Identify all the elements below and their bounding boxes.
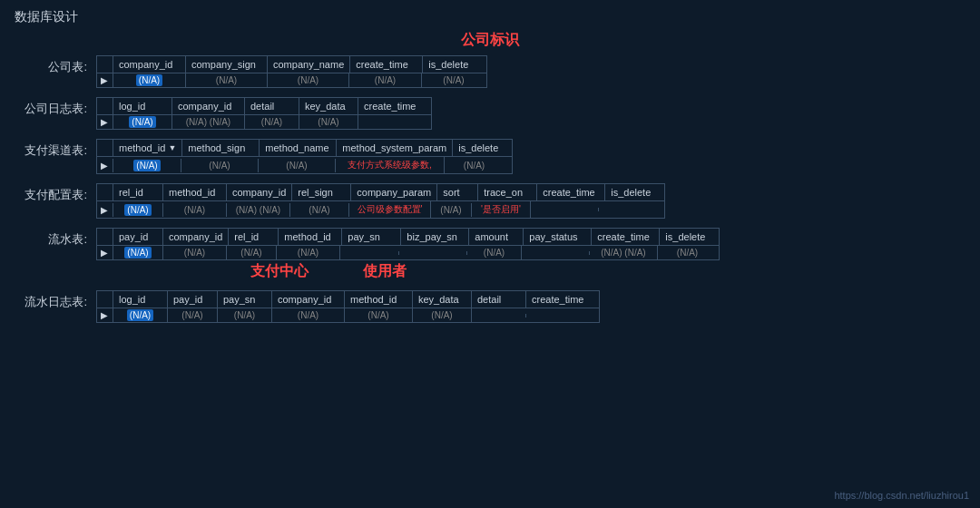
col-header-4-9: is_delete	[660, 229, 719, 245]
col-header-4-0: pay_id	[113, 229, 163, 245]
col-cell-3-0: (N/A)	[113, 203, 163, 217]
col-header-5-4: method_id	[345, 291, 413, 308]
row-arrow-0: ▶	[97, 73, 113, 87]
table-label-2: 支付渠道表:	[15, 139, 87, 159]
col-cell-1-2: (N/A)	[245, 115, 299, 129]
col-header-2-3: method_system_param	[337, 140, 453, 156]
table-row-container-4: 流水表:pay_idcompany_idrel_idmethod_idpay_s…	[15, 228, 965, 281]
col-header-5-0: log_id	[113, 291, 168, 308]
col-header-2-0: method_id ▼	[113, 140, 182, 156]
col-cell-1-3: (N/A)	[299, 115, 358, 129]
db-table-1: log_idcompany_iddetailkey_datacreate_tim…	[96, 97, 432, 130]
col-header-2-2: method_name	[260, 140, 337, 156]
table-row-container-5: 流水日志表:log_idpay_idpay_sncompany_idmethod…	[15, 290, 965, 323]
col-cell-4-8: (N/A) (N/A)	[590, 246, 658, 259]
col-header-4-3: method_id	[279, 229, 342, 245]
col-header-3-5: sort	[437, 184, 478, 200]
table-row-container-1: 公司日志表:log_idcompany_iddetailkey_datacrea…	[15, 97, 965, 130]
special-label-0: 支付中心	[250, 262, 309, 281]
db-table-4: pay_idcompany_idrel_idmethod_idpay_snbiz…	[96, 228, 720, 281]
row-arrow-5: ▶	[97, 308, 113, 322]
col-header-5-5: key_data	[413, 291, 472, 308]
col-header-4-7: pay_status	[524, 229, 592, 245]
main-content: 公司表:company_idcompany_signcompany_namecr…	[0, 55, 980, 323]
row-arrow-4: ▶	[97, 246, 113, 259]
col-cell-3-1: (N/A)	[163, 203, 227, 217]
col-cell-0-0: (N/A)	[113, 73, 186, 87]
col-cell-3-6: '是否启用'	[472, 201, 531, 218]
special-label-1: 使用者	[363, 262, 407, 281]
col-cell-3-4: 公司级参数配置'	[349, 201, 431, 218]
col-cell-0-4: (N/A)	[422, 73, 485, 87]
col-cell-4-9: (N/A)	[658, 246, 717, 259]
col-header-2-1: method_sign	[182, 140, 260, 156]
col-cell-0-3: (N/A)	[349, 73, 422, 87]
col-header-4-4: pay_sn	[342, 229, 401, 245]
table-label-3: 支付配置表:	[15, 183, 87, 203]
col-cell-2-4: (N/A)	[445, 159, 504, 172]
col-cell-4-0: (N/A)	[113, 246, 163, 259]
col-cell-1-1: (N/A) (N/A)	[172, 115, 245, 129]
col-header-5-2: pay_sn	[218, 291, 272, 308]
col-header-4-5: biz_pay_sn	[401, 229, 469, 245]
table-label-4: 流水表:	[15, 228, 87, 248]
col-cell-1-0: (N/A)	[113, 115, 172, 129]
col-cell-5-4: (N/A)	[345, 308, 413, 322]
col-cell-5-6	[472, 314, 526, 318]
col-header-5-3: company_id	[272, 291, 345, 308]
col-cell-4-4	[340, 251, 399, 255]
table-label-1: 公司日志表:	[15, 97, 87, 117]
col-header-3-6: trace_on	[478, 184, 537, 200]
col-header-0-2: company_name	[268, 56, 350, 73]
col-header-4-6: amount	[469, 229, 524, 245]
col-cell-3-3: (N/A)	[290, 203, 349, 217]
db-table-0: company_idcompany_signcompany_namecreate…	[96, 55, 487, 88]
db-table-2: method_id ▼method_signmethod_namemethod_…	[96, 139, 513, 174]
col-header-5-6: detail	[472, 291, 526, 308]
table-label-5: 流水日志表:	[15, 290, 87, 310]
col-cell-5-1: (N/A)	[168, 308, 218, 322]
col-header-3-2: company_id	[227, 184, 292, 200]
row-arrow-3: ▶	[97, 203, 113, 217]
col-header-5-1: pay_id	[168, 291, 218, 308]
col-header-3-1: method_id	[163, 184, 227, 200]
col-cell-5-3: (N/A)	[272, 308, 345, 322]
col-header-0-3: create_time	[350, 56, 423, 73]
col-header-1-1: company_id	[172, 98, 245, 114]
row-arrow-2: ▶	[97, 159, 113, 172]
row-arrow-1: ▶	[97, 115, 113, 129]
col-cell-3-2: (N/A) (N/A)	[227, 203, 290, 217]
col-cell-4-7	[522, 251, 590, 255]
col-cell-4-6: (N/A)	[467, 246, 522, 259]
table-row-container-3: 支付配置表:rel_idmethod_idcompany_idrel_signc…	[15, 183, 965, 219]
col-header-2-4: is_delete	[453, 140, 512, 156]
watermark: https://blog.csdn.net/liuzhirou1	[834, 490, 969, 501]
db-table-3: rel_idmethod_idcompany_idrel_signcompany…	[96, 183, 665, 219]
col-header-0-0: company_id	[113, 56, 186, 73]
col-cell-2-2: (N/A)	[259, 159, 336, 172]
col-header-3-8: is_delete	[605, 184, 664, 200]
db-table-5: log_idpay_idpay_sncompany_idmethod_idkey…	[96, 290, 600, 323]
col-header-4-8: create_time	[592, 229, 660, 245]
col-cell-3-7	[531, 208, 599, 211]
col-cell-5-5: (N/A)	[413, 308, 472, 322]
col-header-1-2: detail	[245, 98, 299, 114]
col-cell-0-2: (N/A)	[268, 73, 349, 87]
col-cell-4-2: (N/A)	[227, 246, 277, 259]
col-header-0-4: is_delete	[423, 56, 486, 73]
page-title: 数据库设计	[0, 0, 980, 31]
col-cell-3-8	[599, 208, 658, 211]
col-header-3-7: create_time	[537, 184, 605, 200]
col-cell-4-5	[399, 251, 467, 255]
col-header-1-4: create_time	[358, 98, 431, 114]
col-header-4-1: company_id	[163, 229, 229, 245]
col-cell-3-5: (N/A)	[431, 203, 472, 217]
col-cell-0-1: (N/A)	[186, 73, 268, 87]
table-row-container-2: 支付渠道表:method_id ▼method_signmethod_namem…	[15, 139, 965, 174]
col-cell-4-3: (N/A)	[277, 246, 340, 259]
col-cell-2-1: (N/A)	[181, 159, 259, 172]
col-header-1-3: key_data	[299, 98, 358, 114]
col-cell-5-2: (N/A)	[218, 308, 272, 322]
col-cell-4-1: (N/A)	[163, 246, 227, 259]
col-header-3-4: company_param	[351, 184, 437, 200]
